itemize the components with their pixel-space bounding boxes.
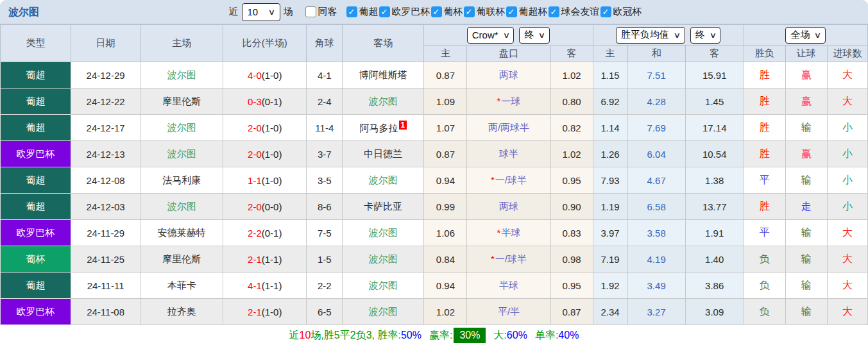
league-filter[interactable]: 欧罗巴杯: [379, 6, 430, 18]
league-filter[interactable]: 葡超杯: [506, 6, 548, 18]
odds-home-value: 0.87: [424, 141, 467, 167]
period-select[interactable]: 全场 ∨: [785, 27, 826, 44]
col-corner: 角球: [307, 25, 343, 62]
mean-home-value: 1.15: [593, 62, 627, 88]
mean-home-value: 1.14: [593, 115, 627, 141]
match-date: 24-11-29: [71, 220, 140, 246]
league-filter[interactable]: 欧冠杯: [600, 6, 642, 18]
league-checkbox[interactable]: [600, 6, 611, 17]
col-let-result: 让球: [785, 46, 827, 62]
home-team: 本菲卡: [140, 273, 223, 299]
league-checkbox[interactable]: [431, 6, 442, 17]
match-date: 24-12-08: [71, 167, 140, 194]
result-wdl: 胜: [744, 88, 785, 115]
odds-company-value: Crow*: [472, 29, 498, 40]
score-cell: 4-1(1-1): [223, 273, 307, 299]
big-rate-label: 大:: [493, 329, 506, 342]
single-rate-label: 单率:: [535, 329, 558, 342]
match-date: 24-12-17: [71, 115, 140, 141]
filter-bar: 近 10 ∨ 场 同客 葡超 欧罗巴杯 葡杯 葡联杯 葡超杯 球会友: [226, 3, 643, 21]
col-mean-draw: 和: [627, 46, 685, 62]
result-wdl: 胜: [744, 194, 785, 220]
table-header: 类型 日期 主场 比分(半场) 角球 客场 Crow* ∨ 终 ∨: [1, 25, 868, 62]
result-handicap: 输: [785, 167, 827, 194]
league-checkbox[interactable]: [506, 6, 517, 17]
corner-count: 6-5: [307, 299, 343, 325]
result-handicap: 走: [785, 194, 827, 220]
league-checkbox[interactable]: [379, 6, 390, 17]
mean-draw-value: 4.19: [627, 246, 685, 273]
league-filter[interactable]: 葡超: [346, 6, 379, 18]
result-wdl: 平: [744, 167, 785, 194]
chevron-down-icon: ∨: [538, 31, 545, 40]
league-type-badge: 葡超: [1, 88, 71, 115]
league-type-badge: 葡超: [1, 115, 71, 141]
chevron-down-icon: ∨: [268, 8, 275, 17]
league-checkbox[interactable]: [346, 6, 357, 17]
result-handicap: 输: [785, 220, 827, 246]
odds-away-value: 0.90: [550, 194, 593, 220]
handicap-value: *半球: [467, 273, 550, 299]
same-away-checkbox[interactable]: [305, 6, 316, 17]
odds-home-value: 1.07: [424, 115, 467, 141]
home-team: 摩里伦斯: [140, 246, 223, 273]
col-mean-away: 客: [685, 46, 744, 62]
table-row: 葡超 24-12-03 波尔图 2-0(0-0) 8-6 卡萨比亚 0.99 *…: [1, 194, 868, 220]
same-away-filter[interactable]: 同客: [305, 6, 337, 18]
mean-draw-value: 7.69: [627, 115, 685, 141]
result-wdl: 平: [744, 220, 785, 246]
odds-home-value: 0.87: [424, 62, 467, 88]
handicap-value: *两球: [467, 62, 550, 88]
mean-draw-value: 4.67: [627, 167, 685, 194]
result-goals: 大: [827, 299, 867, 325]
handicap-value: *两球: [467, 194, 550, 220]
mean-away-value: 1.45: [685, 88, 744, 115]
league-filter[interactable]: 葡联杯: [464, 6, 506, 18]
table-row: 葡超 24-12-08 法马利康 1-1(1-0) 3-5 波尔图 0.94 *…: [1, 167, 868, 194]
mean-home-value: 6.92: [593, 88, 627, 115]
table-row: 欧罗巴杯 24-12-13 波尔图 2-0(1-0) 3-7 中日德兰 0.87…: [1, 141, 868, 167]
result-goals: 大: [827, 88, 867, 115]
odds-away-value: 0.80: [550, 88, 593, 115]
home-team: 波尔图: [140, 141, 223, 167]
league-filter[interactable]: 葡杯: [431, 6, 463, 18]
col-mean-home: 主: [593, 46, 627, 62]
table-row: 欧罗巴杯 24-11-29 安德莱赫特 2-2(0-1) 7-5 波尔图 1.0…: [1, 220, 868, 246]
odds-home-value: 1.02: [424, 299, 467, 325]
col-home: 主场: [140, 25, 223, 62]
corner-count: 4-1: [307, 62, 343, 88]
summary-count: 10: [300, 330, 311, 341]
league-checkbox[interactable]: [464, 6, 475, 17]
big-rate-value: 60%: [507, 330, 527, 341]
col-odds-home: 主: [424, 46, 467, 62]
odds-group-header: Crow* ∨ 终 ∨: [424, 25, 593, 46]
match-date: 24-12-29: [71, 62, 140, 88]
single-rate-value: 40%: [558, 330, 579, 341]
away-team: 波尔图: [343, 246, 424, 273]
away-team: 中日德兰: [343, 141, 424, 167]
result-goals: 小: [827, 141, 867, 167]
handicap-value: *一/球半: [467, 246, 550, 273]
mean-time-select[interactable]: 终 ∨: [690, 27, 721, 44]
result-goals: 小: [827, 194, 867, 220]
col-goal-result: 进球数: [827, 46, 867, 62]
odds-away-value: 0.83: [550, 220, 593, 246]
mean-away-value: 10.54: [685, 141, 744, 167]
odds-time-select[interactable]: 终 ∨: [519, 27, 550, 44]
mean-home-value: 1.19: [593, 194, 627, 220]
league-filter[interactable]: 球会友谊: [549, 6, 600, 18]
mean-type-select[interactable]: 胜平负均值 ∨: [616, 27, 685, 44]
mean-draw-value: 6.04: [627, 141, 685, 167]
mean-draw-value: 4.28: [627, 88, 685, 115]
asterisk-icon: *: [491, 174, 495, 185]
away-team: 波尔图: [343, 167, 424, 194]
odds-company-select[interactable]: Crow* ∨: [467, 27, 515, 44]
match-count-select[interactable]: 10 ∨: [242, 3, 280, 21]
mean-home-value: 2.34: [593, 299, 627, 325]
table-row: 葡超 24-11-11 本菲卡 4-1(1-1) 2-2 波尔图 0.94 *半…: [1, 273, 868, 299]
mean-away-value: 3.86: [685, 273, 744, 299]
league-checkbox[interactable]: [549, 6, 559, 17]
home-team: 波尔图: [140, 115, 223, 141]
handicap-value: *一球: [467, 88, 550, 115]
result-goals: 大: [827, 220, 867, 246]
